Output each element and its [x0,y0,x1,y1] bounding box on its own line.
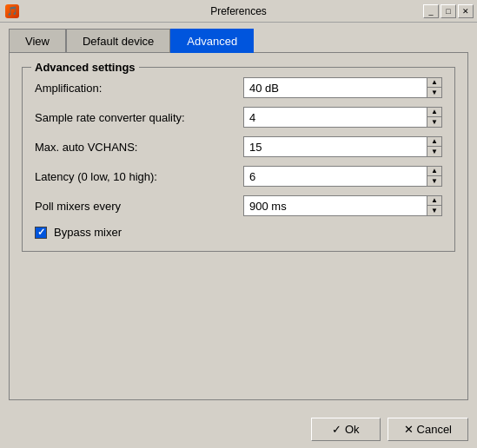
poll-mixers-down[interactable]: ▼ [427,206,441,215]
bypass-mixer-checkbox[interactable]: ✓ [35,227,47,239]
amplification-up[interactable]: ▲ [427,78,441,88]
vchans-label: Max. auto VCHANS: [35,141,243,154]
titlebar-left: 🎵 [5,4,19,18]
titlebar: 🎵 Preferences _ □ ✕ [0,0,477,23]
sample-rate-dropdown[interactable]: 4 [243,107,427,128]
ok-button[interactable]: ✓ Ok [311,418,381,441]
tab-view[interactable]: View [9,29,66,53]
restore-button[interactable]: □ [441,4,456,18]
poll-mixers-up[interactable]: ▲ [427,196,441,206]
vchans-up[interactable]: ▲ [427,137,441,147]
poll-mixers-dropdown[interactable]: 900 ms [243,195,427,216]
poll-mixers-spinner: ▲ ▼ [427,195,442,216]
window-controls: _ □ ✕ [423,4,474,18]
main-content: View Default device Advanced Advanced se… [0,23,477,409]
app-icon: 🎵 [5,4,19,18]
minimize-button[interactable]: _ [423,4,439,18]
window-title: Preferences [210,5,267,17]
footer: ✓ Ok ✕ Cancel [0,409,477,448]
vchans-control: 15 ▲ ▼ [243,136,442,157]
vchans-spinner: ▲ ▼ [427,136,442,157]
sample-rate-up[interactable]: ▲ [427,108,441,117]
latency-row: Latency (0 low, 10 high): 6 ▲ ▼ [35,165,442,188]
poll-mixers-label: Poll mixers every [35,200,243,213]
sample-rate-label: Sample rate converter quality: [35,111,243,124]
fieldset-legend: Advanced settings [31,61,139,74]
latency-up[interactable]: ▲ [427,167,441,176]
sample-rate-control: 4 ▲ ▼ [243,107,442,128]
vchans-dropdown[interactable]: 15 [243,136,427,157]
poll-mixers-control: 900 ms ▲ ▼ [243,195,442,216]
bypass-mixer-row: ✓ Bypass mixer [35,226,442,239]
amplification-control: 40 dB ▲ ▼ [243,77,442,98]
amplification-row: Amplification: 40 dB ▲ ▼ [35,76,442,99]
latency-dropdown[interactable]: 6 [243,166,427,187]
latency-label: Latency (0 low, 10 high): [35,170,243,183]
tab-panel: Advanced settings Amplification: 40 dB ▲… [9,52,468,400]
cancel-button[interactable]: ✕ Cancel [388,418,468,441]
tab-default-device[interactable]: Default device [66,29,170,53]
vchans-down[interactable]: ▼ [427,147,441,156]
preferences-window: 🎵 Preferences _ □ ✕ View Default device … [0,0,477,448]
latency-down[interactable]: ▼ [427,176,441,186]
sample-rate-row: Sample rate converter quality: 4 ▲ ▼ [35,106,442,128]
latency-spinner: ▲ ▼ [427,166,442,187]
advanced-settings-group: Advanced settings Amplification: 40 dB ▲… [22,67,455,252]
sample-rate-down[interactable]: ▼ [427,117,441,127]
tab-advanced[interactable]: Advanced [170,29,254,53]
tab-bar: View Default device Advanced [9,28,468,52]
latency-control: 6 ▲ ▼ [243,166,442,187]
vchans-row: Max. auto VCHANS: 15 ▲ ▼ [35,135,442,158]
sample-rate-spinner: ▲ ▼ [427,107,442,128]
check-icon: ✓ [37,227,45,238]
close-button[interactable]: ✕ [458,4,474,18]
bypass-mixer-label: Bypass mixer [54,226,122,239]
amplification-label: Amplification: [35,82,243,95]
amplification-dropdown[interactable]: 40 dB [243,77,427,98]
amplification-down[interactable]: ▼ [427,88,441,97]
amplification-spinner: ▲ ▼ [427,77,442,98]
poll-mixers-row: Poll mixers every 900 ms ▲ ▼ [35,194,442,217]
